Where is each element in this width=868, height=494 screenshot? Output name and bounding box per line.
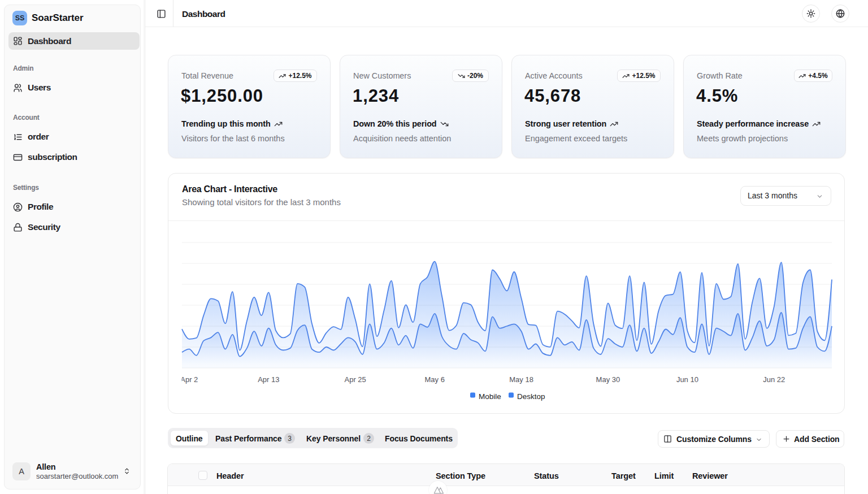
svg-text:May 18: May 18: [509, 375, 533, 384]
svg-text:Apr 2: Apr 2: [180, 375, 198, 384]
svg-text:Apr 13: Apr 13: [258, 375, 279, 384]
svg-text:Desktop: Desktop: [517, 392, 545, 401]
svg-text:Jun 22: Jun 22: [763, 375, 785, 384]
svg-text:May 6: May 6: [424, 375, 444, 384]
svg-text:Jun 10: Jun 10: [676, 375, 698, 384]
svg-text:Apr 25: Apr 25: [345, 375, 366, 384]
svg-text:Mobile: Mobile: [479, 392, 501, 401]
svg-text:May 30: May 30: [596, 375, 620, 384]
